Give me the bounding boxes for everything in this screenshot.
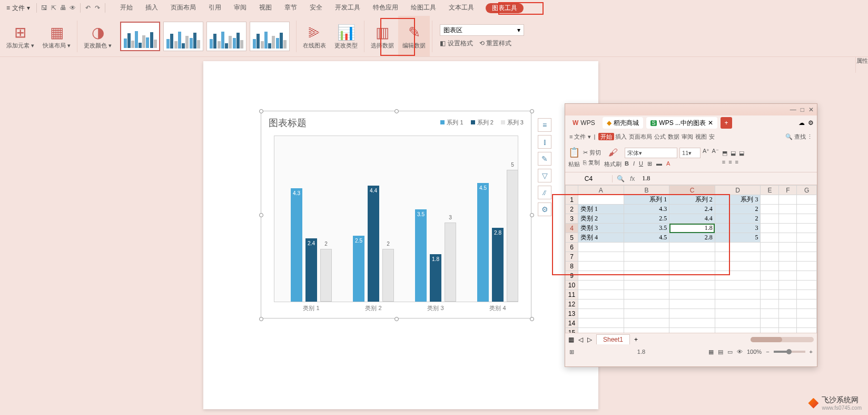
main-tab[interactable]: 视图 <box>258 3 273 13</box>
row-header[interactable]: 1 <box>566 195 578 205</box>
format-painter-icon[interactable]: 🖌 <box>608 147 618 158</box>
cell[interactable] <box>624 281 669 290</box>
cell[interactable] <box>779 281 797 290</box>
bar[interactable]: 4.4 <box>368 186 379 302</box>
cell[interactable] <box>624 319 669 328</box>
zoom-out-button[interactable]: − <box>766 349 769 355</box>
chart-style-thumb[interactable] <box>250 22 290 51</box>
align-center-icon[interactable]: ≡ <box>728 159 732 165</box>
row-header[interactable]: 11 <box>566 290 578 300</box>
row-header[interactable]: 10 <box>566 281 578 290</box>
cell[interactable] <box>779 319 797 328</box>
cell[interactable] <box>779 195 797 205</box>
zoom-in-button[interactable]: + <box>810 349 813 355</box>
chart-object[interactable]: 图表标题 系列 1系列 2系列 3 4.32.42类别 12.54.42类别 2… <box>261 111 531 319</box>
cell[interactable] <box>779 290 797 300</box>
cell[interactable] <box>797 271 817 281</box>
cell[interactable] <box>715 309 761 319</box>
cell[interactable] <box>669 271 715 281</box>
cell[interactable] <box>715 271 761 281</box>
row-header[interactable]: 15 <box>566 328 578 333</box>
maximize-button[interactable]: □ <box>801 106 804 113</box>
cell[interactable] <box>797 243 817 252</box>
chart-title[interactable]: 图表标题 <box>269 117 307 129</box>
selection-handle[interactable] <box>394 317 399 321</box>
preview-icon[interactable]: 👁 <box>68 4 77 12</box>
cut-button[interactable]: ✂ 剪切 <box>583 149 601 157</box>
cell[interactable] <box>715 328 761 333</box>
main-tab[interactable]: 特色应用 <box>372 3 399 13</box>
bar[interactable]: 2.4 <box>305 238 317 302</box>
chart-element-combo[interactable]: 图表区 ▾ <box>440 24 524 36</box>
zoom-slider[interactable] <box>774 351 805 353</box>
cell[interactable]: 2 <box>715 214 761 224</box>
cell[interactable] <box>761 233 779 243</box>
excel-menu-item[interactable]: 安 <box>708 133 716 140</box>
properties-panel-toggle[interactable]: 属性 <box>855 57 868 73</box>
excel-menu-item[interactable]: 审阅 <box>680 133 694 140</box>
main-tab[interactable]: 图表工具 <box>486 3 524 13</box>
bold-button[interactable]: B <box>625 160 629 167</box>
cell[interactable]: 2.8 <box>669 233 715 243</box>
cell[interactable] <box>578 281 624 290</box>
cell[interactable] <box>797 205 817 214</box>
cell[interactable] <box>779 262 797 271</box>
close-button[interactable]: ✕ <box>808 106 814 113</box>
selection-handle[interactable] <box>259 213 263 217</box>
main-tab[interactable]: 页面布局 <box>170 3 197 13</box>
name-box[interactable]: C4 <box>565 175 613 182</box>
legend-item[interactable]: 系列 1 <box>440 119 463 127</box>
paste-icon[interactable]: 📋 <box>568 147 580 158</box>
cell[interactable] <box>715 281 761 290</box>
filter-button[interactable]: ▽ <box>538 169 551 182</box>
cell[interactable] <box>669 243 715 252</box>
chart-plot-area[interactable]: 4.32.42类别 12.54.42类别 23.51.83类别 34.52.85… <box>274 136 518 302</box>
cell[interactable] <box>797 214 817 224</box>
chart-style-thumb[interactable] <box>206 22 246 51</box>
align-top-icon[interactable]: ⬒ <box>722 150 727 157</box>
italic-button[interactable]: I <box>633 160 635 167</box>
prev-sheet-icon[interactable]: ◁ <box>578 336 583 343</box>
horizontal-scrollbar[interactable] <box>751 337 814 342</box>
normal-view-icon[interactable]: ▦ <box>708 349 714 355</box>
selection-handle[interactable] <box>394 109 399 113</box>
cell[interactable] <box>715 319 761 328</box>
app-tab-chart-data[interactable]: S WPS ...中的图表 ✕ <box>646 117 717 129</box>
main-tab[interactable]: 安全 <box>309 3 323 13</box>
underline-button[interactable]: U <box>639 160 643 167</box>
cell[interactable] <box>779 243 797 252</box>
row-header[interactable]: 9 <box>566 271 578 281</box>
cell[interactable] <box>578 195 624 205</box>
search-button[interactable]: 🔍 查找 <box>785 133 806 141</box>
cell[interactable] <box>779 309 797 319</box>
cell[interactable] <box>797 309 817 319</box>
cell[interactable]: 4.4 <box>669 214 715 224</box>
close-tab-icon[interactable]: ✕ <box>708 119 713 127</box>
change-colors-button[interactable]: ◑ 更改颜色 ▾ <box>80 16 116 56</box>
cell[interactable] <box>715 252 761 262</box>
cell[interactable] <box>797 262 817 271</box>
row-header[interactable]: 12 <box>566 300 578 309</box>
fx-icon[interactable]: 🔍 fx <box>613 175 639 182</box>
cell[interactable] <box>761 319 779 328</box>
layout-button[interactable]: ≡ <box>538 118 551 132</box>
cell[interactable] <box>669 252 715 262</box>
bar[interactable]: 2.8 <box>492 228 504 302</box>
cell[interactable]: 类别 3 <box>578 224 624 233</box>
cell[interactable] <box>669 328 715 333</box>
cell[interactable] <box>578 262 624 271</box>
cell[interactable] <box>779 214 797 224</box>
row-header[interactable]: 2 <box>566 205 578 214</box>
add-sheet-button[interactable]: + <box>634 336 638 343</box>
align-middle-icon[interactable]: ⬓ <box>731 150 736 157</box>
cell[interactable] <box>624 300 669 309</box>
quick-layout-button[interactable]: ▦ 快速布局 ▾ <box>38 16 75 56</box>
online-chart-button[interactable]: ⫸ 在线图表 <box>299 16 330 56</box>
axes-button[interactable]: ⫿ <box>538 135 551 149</box>
cell[interactable] <box>761 243 779 252</box>
cell[interactable] <box>779 328 797 333</box>
bar[interactable]: 2.5 <box>353 236 364 302</box>
export-icon[interactable]: ⇱ <box>50 4 58 12</box>
align-right-icon[interactable]: ≡ <box>735 159 738 165</box>
main-tab[interactable]: 开发工具 <box>334 3 361 13</box>
